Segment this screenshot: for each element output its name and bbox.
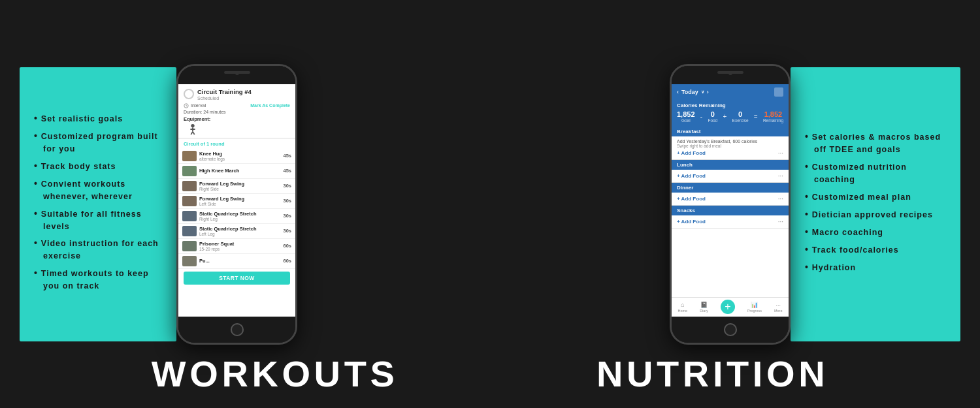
snacks-header: Snacks — [672, 206, 789, 215]
exercise-thumb-0 — [182, 151, 197, 161]
exercise-name-0: Knee Hug — [199, 151, 280, 157]
breakfast-add-food[interactable]: + Add Food — [677, 150, 706, 156]
nutrition-feature-5: Macro coaching — [805, 225, 947, 239]
clock-icon — [184, 103, 189, 108]
nav-progress[interactable]: 📊 Progress — [747, 302, 762, 313]
workouts-section: Set realistic goals Customized program b… — [20, 64, 490, 345]
goal-number: 1,852 — [677, 110, 695, 118]
breakfast-suggestion-text: Add Yesterday's Breakfast, 600 calories — [677, 139, 757, 144]
breakfast-more-dots[interactable]: ··· — [778, 149, 783, 157]
svg-line-2 — [186, 106, 188, 106]
prev-chevron[interactable]: ‹ — [677, 89, 679, 95]
nutrition-feature-7: Hydration — [805, 260, 947, 274]
diary-nav-label: Diary — [700, 309, 708, 313]
next-chevron[interactable]: › — [707, 89, 709, 95]
exercise-duration-5: 30s — [283, 228, 291, 234]
nav-diary[interactable]: 📓 Diary — [700, 302, 708, 313]
exercise-item-1: High Knee March 45s — [178, 164, 295, 179]
workout-equipment-label: Equipment: — [184, 116, 290, 122]
home-nav-icon: ⌂ — [681, 302, 684, 308]
nutrition-app-screen: ‹ Today ∨ › Calories Remaining 1,852 — [672, 84, 789, 317]
exercise-duration-2: 30s — [283, 183, 291, 189]
exercise-thumb-2 — [182, 181, 197, 191]
exercise-name-1: High Knee March — [199, 168, 280, 174]
exercise-info-3: Forward Leg Swing Left Side — [199, 196, 280, 206]
exercise-list: Knee Hug alternate legs 45s High Knee Ma… — [178, 149, 295, 269]
home-nav-label: Home — [678, 309, 687, 313]
exercise-item-7: Pu... 60s — [178, 254, 295, 269]
nutrition-feature-2: Customized nutrition coaching — [805, 160, 947, 186]
phone-speaker — [224, 71, 250, 74]
exercise-duration-0: 45s — [283, 153, 291, 159]
nutrition-phone-speaker — [717, 71, 743, 74]
exercise-duration-1: 45s — [283, 168, 291, 174]
nutrition-phone-mockup: ‹ Today ∨ › Calories Remaining 1,852 — [670, 64, 791, 345]
equals-operator: = — [754, 113, 758, 120]
nutrition-features-panel: Set calories & macros based off TDEE and… — [791, 67, 960, 341]
today-label: Today — [681, 89, 698, 95]
snacks-add-food[interactable]: + Add Food — [677, 219, 706, 225]
lunch-more-dots[interactable]: ··· — [778, 172, 783, 180]
exercise-name-2: Forward Leg Swing — [199, 181, 280, 187]
workout-status-circle — [184, 89, 194, 99]
remaining-label: Remaining — [763, 118, 783, 123]
exercise-info-5: Static Quadricep Stretch Left Leg — [199, 226, 280, 236]
nav-add-button[interactable]: + — [721, 300, 735, 314]
minus-operator: - — [700, 113, 702, 120]
exercise-duration-6: 60s — [283, 243, 291, 249]
dinner-more-dots[interactable]: ··· — [778, 195, 783, 202]
workout-features-panel: Set realistic goals Customized program b… — [20, 67, 176, 341]
home-button-nutrition[interactable] — [724, 323, 737, 336]
exercise-item-5: Static Quadricep Stretch Left Leg 30s — [178, 224, 295, 239]
exercise-info-1: High Knee March — [199, 168, 280, 174]
snacks-more-dots[interactable]: ··· — [778, 218, 783, 225]
nutrition-phone-screen: ‹ Today ∨ › Calories Remaining 1,852 — [672, 84, 789, 317]
today-nav: ‹ Today ∨ › — [677, 89, 709, 95]
nutrition-feature-6: Track food/calories — [805, 243, 947, 257]
exercise-duration-4: 30s — [283, 213, 291, 219]
nutrition-feature-1: Set calories & macros based off TDEE and… — [805, 130, 947, 156]
lunch-section: Lunch + Add Food ··· — [672, 160, 789, 183]
home-button-workout[interactable] — [231, 323, 244, 336]
dinner-add-row: + Add Food ··· — [677, 195, 783, 202]
nav-home[interactable]: ⌂ Home — [678, 302, 687, 313]
svg-line-7 — [193, 131, 195, 134]
nutrition-feature-4: Dietician approved recipes — [805, 208, 947, 221]
body-weight-icon — [187, 123, 199, 135]
exercise-thumb-7 — [182, 256, 197, 266]
more-nav-label: More — [774, 309, 783, 313]
exercise-name-6: Prisoner Squat — [199, 241, 280, 247]
exercise-info-2: Forward Leg Swing Right Side — [199, 181, 280, 191]
phone-bottom-bar-workout — [178, 317, 295, 343]
interval-label: Interval — [191, 103, 206, 108]
start-now-button[interactable]: START NOW — [184, 272, 290, 285]
workout-duration: Duration: 24 minutes — [184, 110, 290, 114]
dinner-add-food[interactable]: + Add Food — [677, 196, 706, 202]
lunch-content: + Add Food ··· — [672, 170, 789, 182]
lunch-add-food[interactable]: + Add Food — [677, 173, 706, 179]
exercise-item-2: Forward Leg Swing Right Side 30s — [178, 179, 295, 194]
snacks-content: + Add Food ··· — [672, 215, 789, 228]
exercise-sub-3: Left Side — [199, 202, 280, 206]
exercise-thumb-3 — [182, 196, 197, 206]
calories-row: 1,852 Goal - 0 Food + 0 Exercise — [677, 110, 783, 123]
mark-complete-button[interactable]: Mark As Complete — [250, 103, 290, 108]
breakfast-add-row: + Add Food ··· — [677, 149, 783, 157]
goal-col: 1,852 Goal — [677, 110, 695, 123]
breakfast-header: Breakfast — [672, 127, 789, 136]
exercise-number: 0 — [738, 110, 742, 118]
exercise-item-6: Prisoner Squat 15-20 reps 60s — [178, 239, 295, 254]
circuit-label: Circuit of 1 round — [178, 138, 295, 149]
workout-app-status: Scheduled — [197, 96, 252, 101]
lunch-header: Lunch — [672, 160, 789, 170]
remaining-col: 1,852 Remaining — [763, 110, 783, 123]
workout-feature-3: Track body stats — [34, 159, 163, 173]
breakfast-section: Breakfast Add Yesterday's Breakfast, 600… — [672, 127, 789, 160]
nutrition-header-icon — [774, 87, 783, 97]
workouts-title: WORKOUTS — [152, 353, 399, 395]
phone-top-bar — [178, 66, 295, 84]
nav-more[interactable]: ··· More — [774, 302, 783, 313]
calories-section: Calories Remaining 1,852 Goal - 0 Food — [672, 100, 789, 127]
exercise-info-7: Pu... — [199, 258, 280, 264]
exercise-sub-4: Right Leg — [199, 217, 280, 221]
